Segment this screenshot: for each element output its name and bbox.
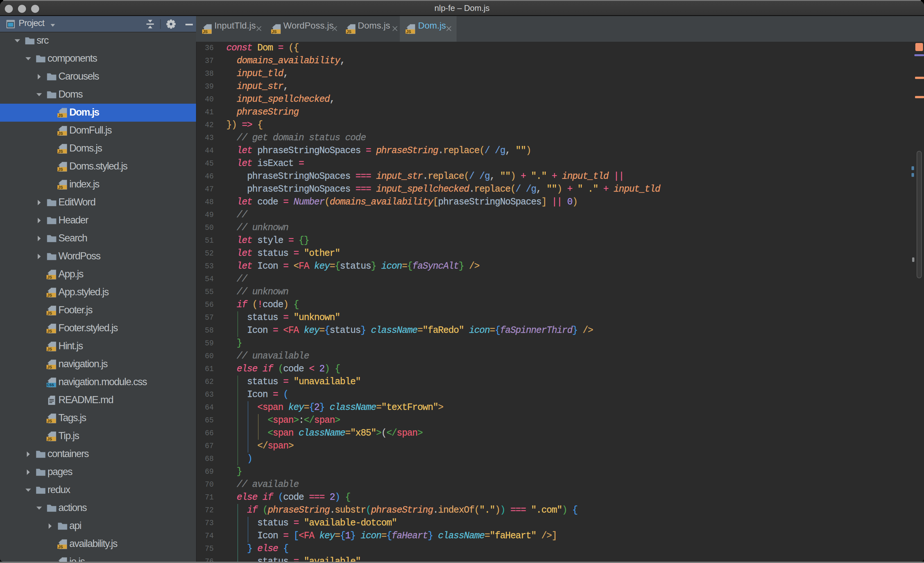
svg-text:JS: JS (203, 30, 208, 34)
svg-text:JS: JS (406, 30, 411, 34)
svg-text:JS: JS (346, 30, 351, 34)
svg-text:JS: JS (272, 30, 276, 34)
